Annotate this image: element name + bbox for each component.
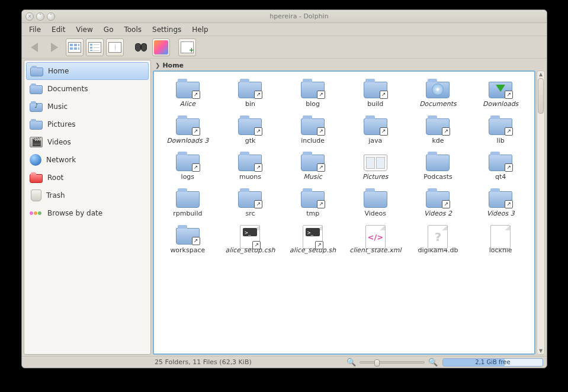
file-item[interactable]: build xyxy=(345,78,406,110)
file-item[interactable]: rpmbuild xyxy=(158,187,218,219)
file-label: Alice xyxy=(180,101,195,108)
preview-button[interactable] xyxy=(152,38,170,56)
folder-icon xyxy=(364,115,387,136)
place-trash[interactable]: Trash xyxy=(26,187,149,204)
file-item[interactable]: Pictures xyxy=(345,150,406,182)
zoom-slider-handle[interactable] xyxy=(374,359,380,367)
file-item[interactable]: ?digikam4.db xyxy=(408,224,468,256)
file-item[interactable]: workspace xyxy=(158,224,218,256)
file-label: tmp xyxy=(306,210,319,218)
file-item[interactable]: Alice xyxy=(158,78,218,110)
file-item[interactable]: blog xyxy=(283,78,343,110)
file-item[interactable]: Videos 3 xyxy=(470,187,531,219)
folder-icon xyxy=(364,79,387,99)
places-panel: HomeDocumentsMusicPicturesVideosNetworkR… xyxy=(24,60,151,355)
breadcrumb[interactable]: ❯ Home xyxy=(153,60,545,70)
minimize-button[interactable]: ˅ xyxy=(36,12,44,21)
file-item[interactable]: </>client_state.xml xyxy=(345,224,406,256)
menu-tools[interactable]: Tools xyxy=(119,24,146,35)
file-item[interactable]: alice_setup.csh xyxy=(220,224,281,256)
file-item[interactable]: lockfile xyxy=(470,224,531,256)
zoom-in-button[interactable]: 🔍 xyxy=(428,358,438,367)
folder-icon xyxy=(176,188,200,208)
file-item[interactable]: qt4 xyxy=(470,150,531,182)
file-label: Documents xyxy=(419,101,457,108)
file-label: include xyxy=(301,137,325,145)
find-button[interactable] xyxy=(132,38,150,56)
unknown-file-icon: ? xyxy=(426,225,450,245)
folder-icon xyxy=(30,119,43,130)
place-browse-by-date[interactable]: Browse by date xyxy=(26,204,149,222)
place-label: Home xyxy=(48,67,69,75)
zoom-slider[interactable] xyxy=(360,361,425,364)
file-label: lib xyxy=(497,137,505,145)
details-view-button[interactable] xyxy=(86,38,104,56)
free-space-bar: 2,1 GiB free xyxy=(442,358,543,367)
file-item[interactable]: bin xyxy=(220,78,281,110)
file-item[interactable]: ♪Music xyxy=(283,150,343,182)
file-label: java xyxy=(368,137,382,145)
file-item[interactable]: java xyxy=(345,114,406,146)
scroll-up-icon[interactable]: ▲ xyxy=(539,72,543,77)
vertical-scrollbar[interactable]: ▲ ▼ xyxy=(537,70,545,355)
menu-edit[interactable]: Edit xyxy=(47,24,70,35)
file-item[interactable]: alice_setup.sh xyxy=(283,224,343,256)
file-item[interactable]: Downloads xyxy=(470,78,531,110)
folder-icon xyxy=(364,188,387,208)
file-item[interactable]: Podcasts xyxy=(408,150,468,182)
place-root[interactable]: Root xyxy=(26,169,149,187)
menu-help[interactable]: Help xyxy=(187,24,213,35)
file-item[interactable]: Videos xyxy=(345,187,406,219)
menu-view[interactable]: View xyxy=(71,24,97,35)
file-item[interactable]: Documents xyxy=(408,78,468,110)
icon-view-button[interactable] xyxy=(66,38,84,56)
folder-icon xyxy=(489,115,512,136)
folder-icon xyxy=(301,188,325,208)
script-file-icon xyxy=(301,225,325,245)
chevron-right-icon: ❯ xyxy=(155,62,160,69)
file-item[interactable]: src xyxy=(220,187,281,219)
file-item[interactable]: Downloads 3 xyxy=(158,114,218,146)
file-item[interactable]: include xyxy=(283,114,343,146)
place-documents[interactable]: Documents xyxy=(26,80,149,98)
file-item[interactable]: lib xyxy=(470,114,531,146)
file-item[interactable]: kde xyxy=(408,114,468,146)
folder-icon xyxy=(238,79,262,99)
file-item[interactable]: tmp xyxy=(283,187,343,219)
documents-folder-icon xyxy=(426,79,450,99)
forward-button[interactable] xyxy=(46,38,63,56)
file-view[interactable]: AlicebinblogbuildDocumentsDownloadsDownl… xyxy=(153,70,535,355)
folder-icon xyxy=(426,152,450,172)
menu-go[interactable]: Go xyxy=(99,24,118,35)
scrollbar-thumb[interactable] xyxy=(538,78,544,114)
back-button[interactable] xyxy=(25,38,43,56)
maximize-button[interactable]: ˄ xyxy=(47,12,55,21)
file-label: src xyxy=(245,210,255,218)
file-label: Videos 2 xyxy=(424,210,452,218)
preview-icon xyxy=(154,40,168,54)
file-item[interactable]: logs xyxy=(158,150,218,182)
menu-settings[interactable]: Settings xyxy=(147,24,186,35)
menu-file[interactable]: File xyxy=(24,24,46,35)
place-home[interactable]: Home xyxy=(26,62,149,80)
columns-view-button[interactable] xyxy=(106,38,124,56)
zoom-out-button[interactable]: 🔍 xyxy=(346,358,356,367)
new-tab-button[interactable] xyxy=(178,38,196,56)
bydate-icon xyxy=(30,208,43,219)
file-item[interactable]: Videos 2 xyxy=(408,187,468,219)
place-music[interactable]: Music xyxy=(26,98,149,115)
close-button[interactable]: × xyxy=(25,12,34,21)
window-title: hpereira - Dolphin xyxy=(55,12,543,20)
binoculars-icon xyxy=(135,43,147,52)
root-icon xyxy=(30,172,43,183)
scroll-down-icon[interactable]: ▼ xyxy=(539,348,543,354)
downloads-folder-icon xyxy=(489,79,512,99)
breadcrumb-segment[interactable]: Home xyxy=(162,62,184,69)
place-videos[interactable]: Videos xyxy=(26,133,149,151)
script-file-icon xyxy=(238,225,262,245)
folder-icon xyxy=(301,115,325,136)
place-pictures[interactable]: Pictures xyxy=(26,115,149,133)
file-item[interactable]: muons xyxy=(220,150,281,182)
place-network[interactable]: Network xyxy=(26,151,149,169)
file-item[interactable]: gtk xyxy=(220,114,281,146)
